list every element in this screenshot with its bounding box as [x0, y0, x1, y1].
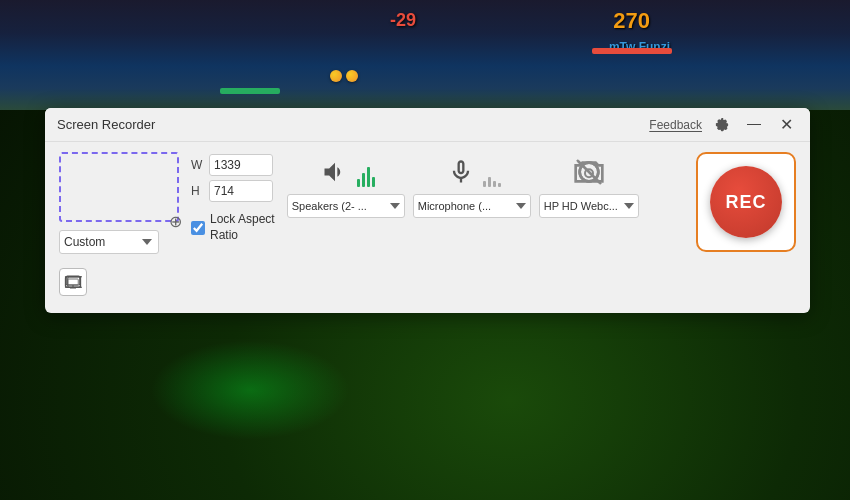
lock-aspect-checkbox[interactable] — [191, 221, 205, 235]
speakers-group: Speakers (2- ... — [287, 154, 405, 218]
microphone-level-bars — [483, 157, 501, 187]
close-button[interactable]: ✕ — [774, 113, 798, 137]
close-icon: ✕ — [780, 115, 793, 134]
player-hp-bar — [220, 88, 280, 94]
rec-button-wrapper[interactable]: REC — [696, 152, 796, 252]
camera-group: HP HD Webc... — [539, 154, 639, 218]
microphone-icon — [443, 154, 479, 190]
camera-icon-row — [571, 154, 607, 190]
screen-recorder-dialog: Screen Recorder Feedback — ✕ ⊕ — [45, 108, 810, 313]
width-row: W — [191, 154, 275, 176]
capture-preview: ⊕ — [59, 152, 179, 222]
bar-1 — [357, 179, 360, 187]
speakers-level-bars — [357, 157, 375, 187]
lock-aspect-label: Lock AspectRatio — [210, 212, 275, 243]
screenshot-icon — [64, 273, 82, 291]
microphone-select[interactable]: Microphone (... — [413, 194, 531, 218]
feedback-link[interactable]: Feedback — [649, 118, 702, 132]
dialog-body: ⊕ Custom 1920×1080 1280×720 W H — [45, 142, 810, 264]
width-label: W — [191, 158, 203, 172]
microphone-icon-row — [443, 154, 501, 190]
camera-select[interactable]: HP HD Webc... — [539, 194, 639, 218]
mic-bar-3 — [493, 181, 496, 187]
dialog-controls: Feedback — ✕ — [649, 113, 798, 137]
speaker-icon — [317, 154, 353, 190]
gear-icon — [715, 118, 729, 132]
speakers-icon-row — [317, 154, 375, 190]
glow-effect — [150, 340, 350, 440]
svg-rect-7 — [68, 279, 79, 285]
minimize-icon: — — [747, 116, 761, 130]
height-label: H — [191, 184, 203, 198]
mic-bar-4 — [498, 183, 501, 187]
coin-2 — [346, 70, 358, 82]
height-row: H — [191, 180, 275, 202]
settings-button[interactable] — [710, 113, 734, 137]
bar-2 — [362, 173, 365, 187]
screenshot-button[interactable] — [59, 268, 87, 296]
dialog-title: Screen Recorder — [57, 117, 155, 132]
rec-section: REC — [696, 152, 796, 252]
game-top-hud — [0, 0, 850, 110]
camera-icon — [571, 154, 607, 190]
capture-area-section: ⊕ Custom 1920×1080 1280×720 — [59, 152, 179, 254]
speakers-select[interactable]: Speakers (2- ... — [287, 194, 405, 218]
microphone-group: Microphone (... — [413, 154, 531, 218]
bar-4 — [372, 177, 375, 187]
enemy-hp-bar — [592, 48, 672, 54]
gold-display: 270 — [613, 8, 650, 34]
dialog-titlebar: Screen Recorder Feedback — ✕ — [45, 108, 810, 142]
rec-button[interactable]: REC — [710, 166, 782, 238]
dialog-bottom — [45, 264, 810, 300]
bar-3 — [367, 167, 370, 187]
preset-select[interactable]: Custom 1920×1080 1280×720 — [59, 230, 159, 254]
audio-section: Speakers (2- ... — [287, 152, 684, 218]
mic-bar-2 — [488, 177, 491, 187]
dimensions-section: W H Lock AspectRatio — [191, 152, 275, 243]
minimize-button[interactable]: — — [742, 113, 766, 137]
resize-cursor-icon: ⊕ — [169, 212, 183, 226]
lock-aspect-row: Lock AspectRatio — [191, 212, 275, 243]
coins-display — [330, 70, 358, 82]
mic-bar-1 — [483, 181, 486, 187]
coin-1 — [330, 70, 342, 82]
width-input[interactable] — [209, 154, 273, 176]
preset-row: Custom 1920×1080 1280×720 — [59, 230, 179, 254]
height-input[interactable] — [209, 180, 273, 202]
score-display: -29 — [390, 10, 416, 31]
